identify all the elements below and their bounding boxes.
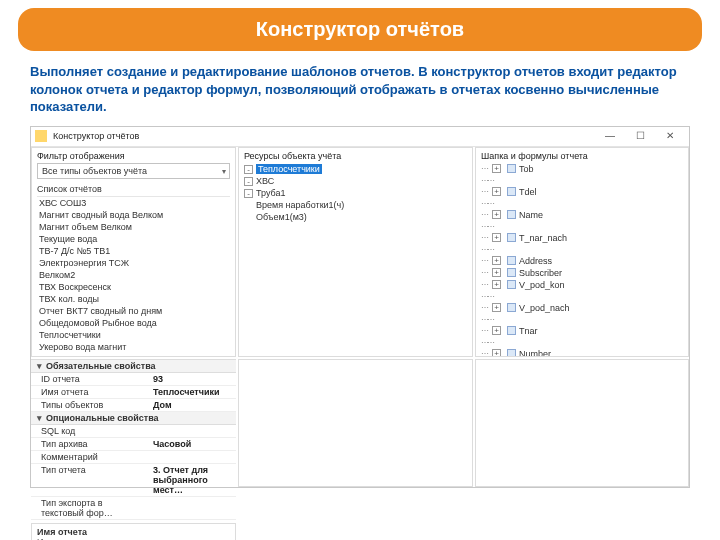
chevron-down-icon: ▾ bbox=[35, 413, 43, 423]
property-row[interactable]: ID отчета93 bbox=[31, 373, 236, 386]
field-icon bbox=[507, 164, 516, 173]
formula-row[interactable]: ⋯+V_pod_nach bbox=[481, 302, 683, 314]
expander-icon[interactable]: - bbox=[244, 165, 253, 174]
formula-row[interactable]: ⋯+Name bbox=[481, 209, 683, 221]
expander-icon[interactable]: - bbox=[244, 177, 253, 186]
tree-node[interactable]: -Теплосчетчики bbox=[244, 163, 467, 175]
list-item[interactable]: ТВХ кол. воды bbox=[37, 293, 230, 305]
property-row[interactable]: SQL код bbox=[31, 425, 236, 438]
property-row[interactable]: Тип отчета3. Отчет для выбранного мест… bbox=[31, 464, 236, 497]
panel-resources: Ресурсы объекта учёта -Теплосчетчики-ХВС… bbox=[238, 147, 473, 357]
list-item[interactable]: Велком2 bbox=[37, 269, 230, 281]
formula-row[interactable]: ⋯+Tnar bbox=[481, 325, 683, 337]
resources-tree[interactable]: -Теплосчетчики-ХВС-Труба1Время наработки… bbox=[244, 163, 467, 223]
tree-node[interactable]: Время наработки1(ч) bbox=[244, 199, 467, 211]
expander-icon[interactable]: + bbox=[492, 210, 501, 219]
reports-list-label: Список отчётов bbox=[37, 184, 230, 194]
list-item[interactable]: ХВС СОШ3 bbox=[37, 197, 230, 209]
tree-spacer: ⋯⋯ bbox=[481, 291, 683, 302]
list-item[interactable]: ТВ-7 Д/с №5 ТВ1 bbox=[37, 245, 230, 257]
list-item[interactable]: Тепло bbox=[37, 353, 230, 356]
list-item[interactable]: Отчет ВКТ7 сводный по дням bbox=[37, 305, 230, 317]
slide-description: Выполняет создание и редактирование шабл… bbox=[30, 63, 690, 116]
filter-combo[interactable]: Все типы объектов учёта bbox=[37, 163, 230, 179]
expander-icon[interactable]: + bbox=[492, 326, 501, 335]
property-row[interactable]: Тип архиваЧасовой bbox=[31, 438, 236, 451]
props-required-label: Обязательные свойства bbox=[46, 361, 156, 371]
panel-filter-reports: Фильтр отображения Все типы объектов учё… bbox=[31, 147, 236, 357]
formula-row[interactable]: ⋯+Tdel bbox=[481, 186, 683, 198]
tree-node[interactable]: -ХВС bbox=[244, 175, 467, 187]
footer-title: Имя отчета bbox=[37, 527, 230, 537]
formula-row[interactable]: ⋯+Tob bbox=[481, 163, 683, 175]
field-icon bbox=[507, 233, 516, 242]
expander-icon[interactable]: + bbox=[492, 303, 501, 312]
property-row[interactable]: Тип экспорта в текстовый фор… bbox=[31, 497, 236, 520]
property-grid[interactable]: ▾ Обязательные свойства ID отчета93Имя о… bbox=[31, 359, 236, 520]
formula-row[interactable]: ⋯+Address bbox=[481, 255, 683, 267]
titlebar: Конструктор отчётов — ☐ ✕ bbox=[31, 127, 689, 147]
filter-label: Фильтр отображения bbox=[37, 151, 230, 161]
empty-panel-mid bbox=[238, 359, 473, 487]
props-required-header[interactable]: ▾ Обязательные свойства bbox=[31, 360, 236, 373]
close-button[interactable]: ✕ bbox=[655, 127, 685, 145]
formula-row[interactable]: ⋯+T_nar_nach bbox=[481, 232, 683, 244]
minimize-button[interactable]: — bbox=[595, 127, 625, 145]
empty-panel-right bbox=[475, 359, 689, 487]
reports-listbox[interactable]: ХВС СОШ3Магнит сводный вода ВелкомМагнит… bbox=[37, 196, 230, 356]
tree-spacer: ⋯⋯ bbox=[481, 314, 683, 325]
expander-icon[interactable]: + bbox=[492, 187, 501, 196]
formulas-title: Шапка и формулы отчета bbox=[481, 151, 683, 161]
resources-title: Ресурсы объекта учёта bbox=[244, 151, 467, 161]
expander-icon[interactable]: + bbox=[492, 164, 501, 173]
field-icon bbox=[507, 349, 516, 357]
formula-row[interactable]: ⋯+V_pod_kon bbox=[481, 279, 683, 291]
expander-icon[interactable]: + bbox=[492, 233, 501, 242]
list-item[interactable]: Общедомовой Рыбное вода bbox=[37, 317, 230, 329]
props-optional-header[interactable]: ▾ Опциональные свойства bbox=[31, 412, 236, 425]
property-row[interactable]: Типы объектовДом bbox=[31, 399, 236, 412]
footer-text: Имя отчета bbox=[37, 537, 230, 540]
expander-icon[interactable]: + bbox=[492, 268, 501, 277]
tree-spacer: ⋯⋯ bbox=[481, 337, 683, 348]
props-optional-label: Опциональные свойства bbox=[46, 413, 159, 423]
maximize-button[interactable]: ☐ bbox=[625, 127, 655, 145]
expander-icon[interactable]: + bbox=[492, 256, 501, 265]
formulas-tree[interactable]: ⋯+Tob⋯⋯⋯+Tdel⋯⋯⋯+Name⋯⋯⋯+T_nar_nach⋯⋯⋯+A… bbox=[481, 163, 683, 357]
property-row[interactable]: Имя отчетаТеплосчетчики bbox=[31, 386, 236, 399]
expander-icon[interactable]: + bbox=[492, 349, 501, 357]
tree-spacer: ⋯⋯ bbox=[481, 175, 683, 186]
list-item[interactable]: ТВХ Воскресенск bbox=[37, 281, 230, 293]
formula-row[interactable]: ⋯+Number bbox=[481, 348, 683, 357]
list-item[interactable]: Текущие вода bbox=[37, 233, 230, 245]
tree-node[interactable]: -Труба1 bbox=[244, 187, 467, 199]
list-item[interactable]: Магнит объем Велком bbox=[37, 221, 230, 233]
list-item[interactable]: Электроэнергия ТСЖ bbox=[37, 257, 230, 269]
expander-icon[interactable]: - bbox=[244, 189, 253, 198]
list-item[interactable]: Укерово вода магнит bbox=[37, 341, 230, 353]
tree-spacer: ⋯⋯ bbox=[481, 244, 683, 255]
list-item[interactable]: Магнит сводный вода Велком bbox=[37, 209, 230, 221]
tree-node[interactable]: Объем1(м3) bbox=[244, 211, 467, 223]
tree-spacer: ⋯⋯ bbox=[481, 221, 683, 232]
list-item[interactable]: Теплосчетчики bbox=[37, 329, 230, 341]
field-icon bbox=[507, 268, 516, 277]
app-icon bbox=[35, 130, 47, 142]
field-icon bbox=[507, 303, 516, 312]
app-window: Конструктор отчётов — ☐ ✕ Фильтр отображ… bbox=[30, 126, 690, 488]
slide-header: Конструктор отчётов bbox=[18, 8, 702, 51]
panel-formulas: Шапка и формулы отчета ⋯+Tob⋯⋯⋯+Tdel⋯⋯⋯+… bbox=[475, 147, 689, 357]
expander-icon[interactable]: + bbox=[492, 280, 501, 289]
property-help-footer: Имя отчета Имя отчета bbox=[31, 523, 236, 540]
field-icon bbox=[507, 256, 516, 265]
window-title: Конструктор отчётов bbox=[53, 131, 595, 141]
field-icon bbox=[507, 280, 516, 289]
field-icon bbox=[507, 326, 516, 335]
property-row[interactable]: Комментарий bbox=[31, 451, 236, 464]
field-icon bbox=[507, 210, 516, 219]
field-icon bbox=[507, 187, 516, 196]
chevron-down-icon: ▾ bbox=[35, 361, 43, 371]
formula-row[interactable]: ⋯+Subscriber bbox=[481, 267, 683, 279]
tree-spacer: ⋯⋯ bbox=[481, 198, 683, 209]
